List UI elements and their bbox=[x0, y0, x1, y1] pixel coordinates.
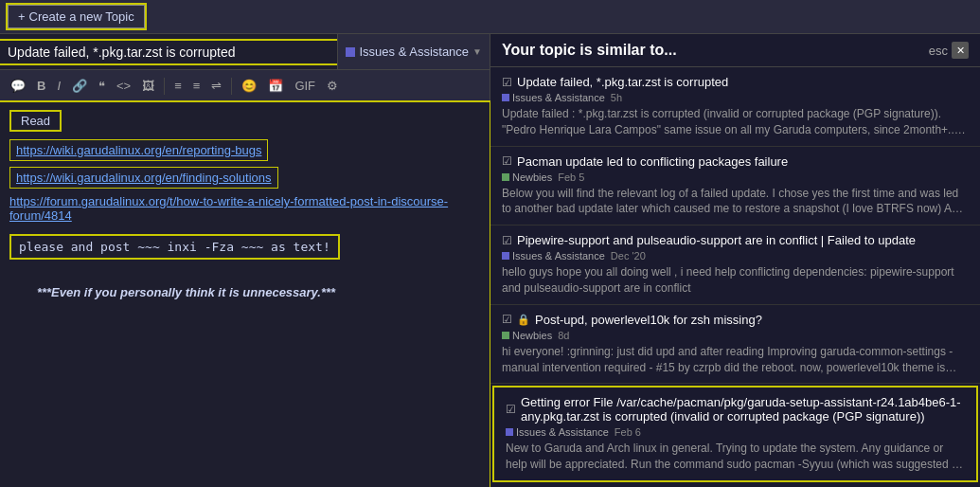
topic-title-text: Pacman update led to conflicting package… bbox=[517, 154, 788, 169]
similar-topic-item[interactable]: ☑ 🔒 Post-upd, powerlevel10k for zsh miss… bbox=[490, 305, 980, 385]
right-panel: Your topic is similar to... esc ✕ ☑ Upda… bbox=[490, 34, 980, 487]
toolbar-indent-btn[interactable]: ⇌ bbox=[206, 76, 226, 96]
similar-title: Your topic is similar to... bbox=[502, 42, 677, 59]
chevron-down-icon: ▼ bbox=[472, 46, 482, 57]
code-block: please and post ~~~ inxi -Fza ~~~ as tex… bbox=[9, 234, 340, 260]
topic-time: 5h bbox=[611, 92, 622, 103]
category-select[interactable]: Issues & Assistance ▼ bbox=[337, 34, 490, 69]
toolbar-italic-btn[interactable]: I bbox=[52, 76, 65, 96]
topic-checkbox-icon: ☑ bbox=[502, 76, 512, 89]
toolbar-calendar-btn[interactable]: 📅 bbox=[263, 76, 288, 96]
new-topic-label: Create a new Topic bbox=[29, 9, 134, 24]
topic-title-row: ☑ Pipewire-support and pulseaudio-suppor… bbox=[502, 233, 969, 247]
category-dot bbox=[502, 173, 509, 181]
esc-close-button[interactable]: esc ✕ bbox=[929, 42, 969, 59]
top-bar: + Create a new Topic bbox=[0, 0, 980, 34]
toolbar-list-ordered-btn[interactable]: ≡ bbox=[188, 76, 205, 96]
topic-meta: Newbies Feb 5 bbox=[502, 171, 969, 183]
topic-category: Issues & Assistance bbox=[506, 426, 609, 438]
topic-title-text: Update failed, *.pkg.tar.zst is corrupte… bbox=[517, 75, 728, 89]
topic-category: Issues & Assistance bbox=[502, 92, 605, 103]
similar-topics-list: ☑ Update failed, *.pkg.tar.zst is corrup… bbox=[490, 67, 980, 487]
topic-description: Below you will find the relevant log of … bbox=[502, 186, 969, 218]
topic-checkbox-icon: ☑ bbox=[502, 234, 512, 247]
title-row: Issues & Assistance ▼ bbox=[0, 34, 490, 70]
toolbar-chat-btn[interactable]: 💬 bbox=[6, 76, 30, 96]
footer-bold-italic: ***Even if you personally think it is un… bbox=[37, 285, 335, 299]
topic-time: Feb 5 bbox=[558, 171, 584, 183]
toolbar-separator-2 bbox=[231, 78, 232, 95]
similar-topic-item[interactable]: ☑ Getting error File /var/cache/pacman/p… bbox=[492, 386, 978, 482]
toolbar-settings-btn[interactable]: ⚙ bbox=[322, 76, 343, 96]
category-dot bbox=[502, 252, 509, 260]
topic-title-row: ☑ Getting error File /var/cache/pacman/p… bbox=[506, 395, 965, 424]
toolbar-separator-1 bbox=[164, 78, 165, 95]
editor-toolbar: 💬 B I 🔗 ❝ <> 🖼 ≡ ≡ ⇌ 😊 📅 GIF ⚙ bbox=[0, 70, 490, 102]
topic-meta: Issues & Assistance 5h bbox=[502, 92, 969, 103]
topic-time: Feb 6 bbox=[615, 426, 641, 438]
topic-checkbox-icon: ☑ bbox=[502, 313, 512, 326]
toolbar-list-unordered-btn[interactable]: ≡ bbox=[169, 76, 187, 96]
toolbar-code-btn[interactable]: <> bbox=[112, 76, 135, 96]
topic-title-input[interactable] bbox=[0, 41, 337, 63]
similar-topic-item[interactable]: ☑ Update failed, *.pkg.tar.zst is corrup… bbox=[490, 67, 980, 147]
topic-description: Update failed : *.pkg.tar.zst is corrupt… bbox=[502, 106, 969, 138]
similar-topic-item[interactable]: ☑ Pacman update led to conflicting packa… bbox=[490, 147, 980, 226]
lock-icon: 🔒 bbox=[517, 314, 530, 326]
category-dot bbox=[502, 332, 509, 339]
topic-title-row: ☑ Pacman update led to conflicting packa… bbox=[502, 154, 969, 169]
category-dot bbox=[506, 428, 513, 436]
toolbar-quote-btn[interactable]: ❝ bbox=[94, 76, 110, 96]
read-badge: Read bbox=[9, 110, 62, 132]
similar-topic-item[interactable]: ☑ Pipewire-support and pulseaudio-suppor… bbox=[490, 225, 980, 305]
topic-meta: Issues & Assistance Dec '20 bbox=[502, 250, 969, 262]
editor-area[interactable]: Read https://wiki.garudalinux.org/en/rep… bbox=[0, 102, 490, 487]
category-color-dot bbox=[346, 47, 355, 57]
topic-time: Dec '20 bbox=[611, 250, 646, 262]
topic-time: 8d bbox=[558, 330, 569, 341]
topic-category: Issues & Assistance bbox=[502, 250, 605, 262]
topic-meta: Newbies 8d bbox=[502, 330, 969, 341]
reporting-bugs-link[interactable]: https://wiki.garudalinux.org/en/reportin… bbox=[9, 139, 268, 161]
editor-footer-text: ***Even if you personally think it is un… bbox=[9, 263, 480, 322]
main-layout: Issues & Assistance ▼ 💬 B I 🔗 ❝ <> 🖼 ≡ ≡… bbox=[0, 34, 980, 487]
topic-title-text: Pipewire-support and pulseaudio-support … bbox=[517, 233, 916, 247]
close-icon: ✕ bbox=[952, 42, 969, 59]
category-dot bbox=[502, 94, 509, 101]
topic-description: hello guys hope you all doing well , i n… bbox=[502, 264, 969, 297]
code-content: please and post ~~~ inxi -Fza ~~~ as tex… bbox=[19, 240, 330, 254]
topic-title-text: Getting error File /var/cache/pacman/pkg… bbox=[521, 395, 965, 424]
topic-checkbox-icon: ☑ bbox=[502, 154, 512, 168]
toolbar-gif-btn[interactable]: GIF bbox=[290, 76, 320, 96]
esc-label: esc bbox=[929, 44, 948, 58]
finding-solutions-link[interactable]: https://wiki.garudalinux.org/en/finding-… bbox=[9, 167, 278, 189]
toolbar-link-btn[interactable]: 🔗 bbox=[67, 76, 92, 96]
plus-icon: + bbox=[18, 9, 26, 24]
topic-description: New to Garuda and Arch linux in general.… bbox=[506, 441, 965, 473]
new-topic-button[interactable]: + Create a new Topic bbox=[8, 5, 145, 28]
toolbar-bold-btn[interactable]: B bbox=[32, 76, 50, 96]
toolbar-emoji-btn[interactable]: 😊 bbox=[237, 76, 261, 96]
topic-category: Newbies bbox=[502, 330, 552, 341]
topic-meta: Issues & Assistance Feb 6 bbox=[506, 426, 965, 438]
forum-formatting-link[interactable]: https://forum.garudalinux.org/t/how-to-w… bbox=[9, 194, 480, 223]
toolbar-image-btn[interactable]: 🖼 bbox=[137, 76, 159, 96]
topic-checkbox-icon: ☑ bbox=[506, 403, 516, 416]
category-label: Issues & Assistance bbox=[359, 45, 469, 59]
left-panel: Issues & Assistance ▼ 💬 B I 🔗 ❝ <> 🖼 ≡ ≡… bbox=[0, 34, 490, 487]
topic-description: hi everyone! :grinning: just did upd and… bbox=[502, 344, 969, 376]
topic-category: Newbies bbox=[502, 171, 552, 183]
similar-header: Your topic is similar to... esc ✕ bbox=[490, 34, 980, 67]
topic-title-row: ☑ 🔒 Post-upd, powerlevel10k for zsh miss… bbox=[502, 313, 969, 327]
topic-title-text: Post-upd, powerlevel10k for zsh missing? bbox=[535, 313, 762, 327]
topic-title-row: ☑ Update failed, *.pkg.tar.zst is corrup… bbox=[502, 75, 969, 89]
